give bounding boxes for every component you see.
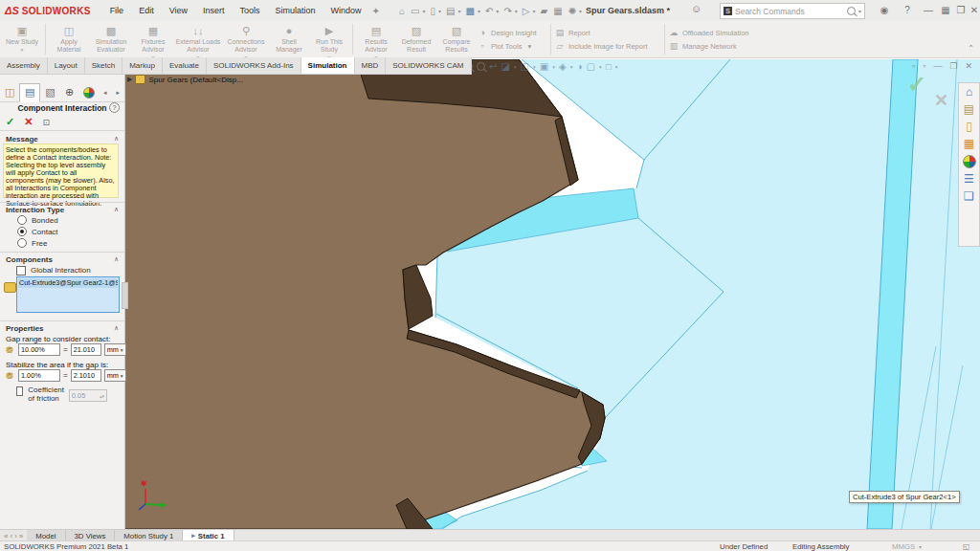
dropdown-caret[interactable]: ▾: [527, 42, 531, 51]
close-button[interactable]: ✕: [967, 0, 980, 21]
file-explorer-icon[interactable]: ▯: [966, 121, 972, 133]
new-document-icon[interactable]: ▭: [411, 6, 419, 16]
menu-view[interactable]: View: [162, 0, 195, 21]
doc-minimize-icon[interactable]: —: [933, 61, 942, 71]
dropdown-caret[interactable]: ▾: [532, 8, 535, 14]
maximize-button[interactable]: ▦: [938, 0, 953, 21]
search-icon[interactable]: [847, 7, 856, 15]
apply-material-button[interactable]: ◫ Apply Material: [49, 22, 89, 56]
dropdown-caret[interactable]: ▾: [599, 64, 602, 70]
dropdown-caret[interactable]: ▾: [457, 8, 460, 14]
featuremanager-tab[interactable]: ◫: [0, 84, 19, 101]
viewport-3d[interactable]: ✱: [124, 59, 980, 529]
offloaded-simulation-button[interactable]: ☁ Offloaded Simulation: [668, 26, 773, 39]
panel-splitter-handle[interactable]: [122, 282, 128, 309]
menu-tools[interactable]: Tools: [233, 0, 268, 21]
prev-tab-icon[interactable]: ‹: [10, 532, 12, 540]
menu-edit[interactable]: Edit: [131, 0, 162, 21]
checkbox-icon[interactable]: [16, 386, 23, 396]
include-image-for-report-button[interactable]: ▱ Include Image for Report: [554, 39, 661, 53]
stabilize-unit-select[interactable]: mm ▾: [104, 369, 126, 382]
radio-bonded[interactable]: Bonded: [17, 215, 58, 225]
connections-advisor-button[interactable]: ⚲ Connections Advisor ▾: [223, 22, 269, 56]
redo-icon[interactable]: ↷: [503, 6, 511, 16]
run-this-study-button[interactable]: ▶ Run This Study ▾: [309, 22, 349, 56]
feedback-smiley-icon[interactable]: ☺: [691, 3, 702, 14]
radio-circle-icon[interactable]: [17, 215, 27, 225]
sign-in-icon[interactable]: ◉: [877, 0, 892, 21]
displaymanager-tab[interactable]: [79, 84, 99, 101]
tab-markup[interactable]: Markup: [122, 57, 163, 75]
collapse-arrow-icon[interactable]: ∧: [114, 206, 119, 213]
gap-value-input[interactable]: 21.010: [71, 343, 101, 356]
shell-manager-button[interactable]: ● Shell Manager: [269, 22, 309, 56]
view-palette-icon[interactable]: ▦: [964, 138, 974, 150]
print-icon[interactable]: ▩: [466, 6, 475, 16]
dropdown-caret[interactable]: ▾: [570, 64, 573, 70]
configurationmanager-tab[interactable]: ▧: [40, 84, 59, 101]
compare-results-button[interactable]: ▧ Compare Results: [436, 22, 477, 56]
display-style-icon[interactable]: ▣: [540, 61, 548, 72]
minimize-button[interactable]: —: [921, 0, 936, 21]
flyout-feature-tree[interactable]: ▶ Spur Gears (Default<Disp...: [127, 75, 243, 84]
next-tab-icon[interactable]: ›: [14, 532, 17, 540]
collapse-arrow-icon[interactable]: ∧: [114, 135, 119, 143]
help-icon[interactable]: ?: [900, 0, 915, 21]
report-button[interactable]: ▤ Report: [554, 26, 661, 39]
stabilize-value-input[interactable]: 2.1010: [71, 369, 101, 382]
open-icon[interactable]: ▯: [431, 6, 436, 16]
tab-solidworks-addins[interactable]: SOLIDWORKS Add-Ins: [207, 57, 301, 75]
tab-assembly[interactable]: Assembly: [0, 57, 48, 75]
radio-circle-icon[interactable]: [17, 238, 27, 248]
collapse-arrow-icon[interactable]: ∧: [114, 255, 119, 263]
options-gear-icon[interactable]: ✺: [568, 6, 576, 16]
collapse-arrow-icon[interactable]: ∧: [114, 324, 119, 332]
dropdown-caret[interactable]: ▾: [121, 373, 123, 379]
global-interaction-checkbox[interactable]: Global Interaction: [16, 266, 91, 276]
view-settings-icon[interactable]: □: [606, 61, 612, 72]
confirmation-ok-icon[interactable]: ✓: [907, 71, 926, 98]
design-library-icon[interactable]: ▤: [964, 103, 974, 116]
confirmation-cancel-icon[interactable]: ✕: [934, 90, 948, 111]
tab-layout[interactable]: Layout: [48, 57, 85, 75]
properties-section-header[interactable]: Properties: [6, 324, 44, 333]
message-section-header[interactable]: Message: [6, 135, 38, 143]
stabilize-percent-input[interactable]: 1.00%: [18, 369, 60, 382]
dropdown-caret[interactable]: ▾: [919, 543, 922, 550]
friction-checkbox[interactable]: Coefficient of friction: [16, 386, 64, 404]
custom-properties-icon[interactable]: ☰: [964, 173, 974, 186]
fixtures-advisor-button[interactable]: ▦ Fixtures Advisor ▾: [133, 22, 173, 56]
attachments-icon[interactable]: ▰: [541, 6, 548, 16]
list-item[interactable]: Cut-Extrude3@Spur Gear2-1@Sp: [18, 278, 118, 288]
dropdown-caret[interactable]: ▾: [858, 8, 861, 14]
dropdown-caret[interactable]: ▾: [21, 47, 24, 53]
dimxpertmanager-tab[interactable]: ⊕: [60, 84, 79, 101]
last-tab-icon[interactable]: »: [19, 532, 23, 540]
tab-sketch[interactable]: Sketch: [85, 57, 122, 75]
edit-appearance-icon[interactable]: ◑: [577, 61, 583, 72]
doc-restore-icon[interactable]: ❐: [949, 61, 957, 71]
help-icon[interactable]: ?: [109, 102, 120, 113]
previous-view-icon[interactable]: ↩: [489, 61, 497, 72]
cancel-button[interactable]: ✕: [24, 116, 33, 128]
first-tab-icon[interactable]: «: [4, 532, 8, 540]
gap-percent-input[interactable]: 10.00%: [18, 343, 60, 356]
components-section-header[interactable]: Components: [6, 255, 53, 264]
doc-cascade-icon[interactable]: ▫: [912, 61, 915, 71]
new-study-button[interactable]: ▣ New Study ▾: [2, 22, 42, 56]
dropdown-caret[interactable]: ▾: [422, 8, 425, 14]
ok-button[interactable]: ✓: [6, 116, 14, 128]
graphics-area[interactable]: ✱ ▶ Spur Gears (Default<Disp... ↩ ◪ ▾ ◫ …: [124, 59, 980, 529]
results-advisor-button[interactable]: ▤ Results Advisor ▾: [356, 22, 396, 56]
pin-icon[interactable]: ⊡: [42, 118, 50, 127]
propertymanager-tab[interactable]: ▤: [19, 83, 40, 102]
dropdown-caret[interactable]: ▾: [615, 64, 618, 70]
radio-circle-icon[interactable]: [17, 227, 27, 236]
tab-mbd[interactable]: MBD: [355, 57, 387, 75]
feature-tree-root[interactable]: Spur Gears (Default<Disp...: [148, 76, 242, 84]
save-icon[interactable]: ▤: [446, 6, 455, 16]
menu-simulation[interactable]: Simulation: [268, 0, 323, 21]
spinner-icon[interactable]: ▴▾: [100, 393, 104, 399]
hide-show-items-icon[interactable]: ◈: [559, 61, 567, 72]
deformed-result-button[interactable]: ▨ Deformed Result: [396, 22, 436, 56]
